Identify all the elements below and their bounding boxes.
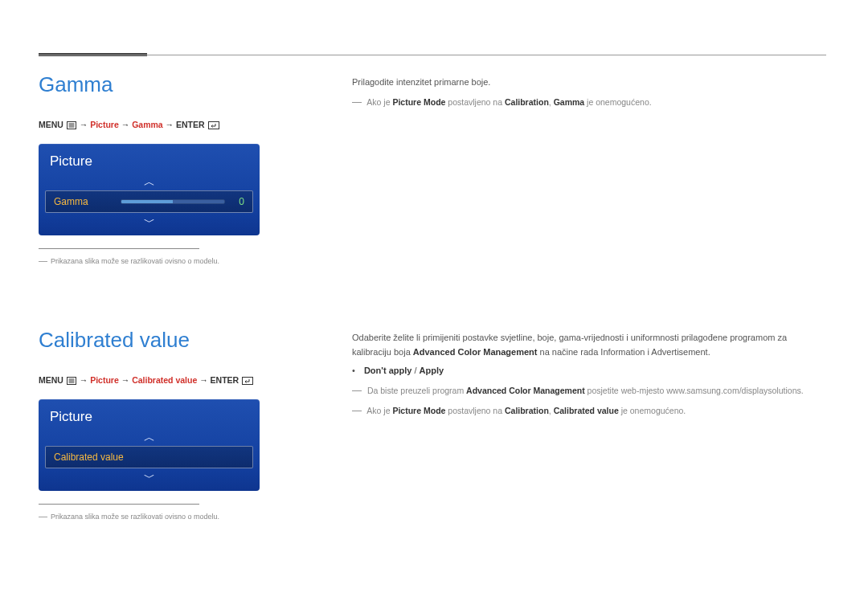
osd-header: Picture: [39, 144, 260, 174]
description-gamma: Prilagodite intenzitet primarne boje. Ak…: [352, 72, 828, 265]
menu-icon: [67, 377, 76, 386]
breadcrumb-picture: Picture: [90, 120, 119, 129]
calibrated-options: Don't apply / Apply: [352, 364, 828, 378]
breadcrumb-calibrated: MENU → Picture → Calibrated value → ENTE…: [39, 375, 272, 386]
osd-panel-gamma: Picture ︿ Gamma 0 ﹀: [39, 144, 260, 235]
footnote-calibrated: Prikazana slika može se razlikovati ovis…: [39, 511, 272, 521]
section-gamma: Gamma MENU → Picture → Gamma → ENTER Pic…: [39, 72, 828, 265]
osd-up-arrow[interactable]: ︿: [39, 174, 260, 189]
osd-row-label: Gamma: [54, 196, 88, 207]
osd-down-arrow[interactable]: ﹀: [39, 215, 260, 235]
calibrated-note-download: Da biste preuzeli program Advanced Color…: [352, 383, 828, 398]
breadcrumb-gamma-item: Gamma: [132, 120, 163, 129]
breadcrumb-calibrated-item: Calibrated value: [132, 375, 197, 385]
footnote-divider: [39, 248, 199, 249]
section-title-calibrated: Calibrated value: [39, 328, 272, 353]
enter-icon: [242, 377, 253, 386]
svg-rect-4: [208, 122, 219, 129]
gamma-note: Ako je Picture Mode postavljeno na Calib…: [352, 95, 828, 110]
footnote-gamma: Prikazana slika može se razlikovati ovis…: [39, 255, 272, 265]
menu-icon: [67, 121, 76, 131]
svg-rect-9: [243, 378, 253, 385]
section-title-gamma: Gamma: [39, 72, 272, 97]
gamma-intro: Prilagodite intenzitet primarne boje.: [352, 76, 828, 90]
description-calibrated: Odaberite želite li primijeniti postavke…: [352, 328, 828, 521]
osd-row-calibrated[interactable]: Calibrated value: [45, 446, 253, 468]
breadcrumb-picture: Picture: [90, 375, 119, 385]
section-calibrated: Calibrated value MENU → Picture → Calibr…: [39, 328, 828, 521]
osd-row-value: 0: [233, 196, 244, 207]
breadcrumb-menu: MENU: [39, 120, 63, 129]
osd-row-label: Calibrated value: [54, 452, 244, 463]
osd-down-arrow[interactable]: ﹀: [39, 470, 260, 491]
breadcrumb-enter: ENTER: [176, 120, 205, 129]
breadcrumb-gamma: MENU → Picture → Gamma → ENTER: [39, 120, 272, 131]
breadcrumb-menu: MENU: [39, 375, 63, 385]
header-rule: [39, 55, 826, 55]
enter-icon: [208, 121, 219, 131]
calibrated-paragraph: Odaberite želite li primijeniti postavke…: [352, 331, 828, 359]
footnote-divider: [39, 504, 199, 505]
breadcrumb-enter: ENTER: [211, 375, 240, 385]
osd-row-gamma[interactable]: Gamma 0: [45, 190, 253, 213]
osd-header: Picture: [39, 399, 260, 430]
osd-panel-calibrated: Picture ︿ Calibrated value ﹀: [39, 399, 260, 491]
osd-up-arrow[interactable]: ︿: [39, 430, 260, 444]
calibrated-note-disabled: Ako je Picture Mode postavljeno na Calib…: [352, 403, 828, 419]
osd-slider[interactable]: [121, 199, 225, 204]
